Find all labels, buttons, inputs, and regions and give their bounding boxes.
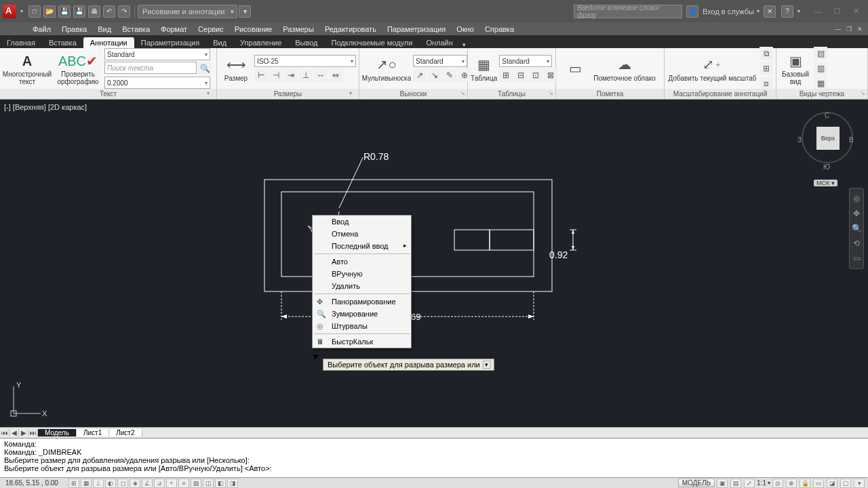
status-snap-toggle[interactable]: ⊞ <box>68 479 79 488</box>
layout-tab-sheet1[interactable]: Лист1 <box>77 429 109 436</box>
workspace-dropdown[interactable]: Рисование и аннотации <box>138 5 237 18</box>
qat-open-icon[interactable]: 📂 <box>43 5 56 18</box>
text-style-dropdown[interactable]: Standard <box>104 48 210 60</box>
leader-tool-icon[interactable]: ✎ <box>443 68 456 82</box>
ctx-auto[interactable]: Авто <box>313 256 411 268</box>
status-transparency-toggle[interactable]: ▨ <box>191 479 201 488</box>
status-ducs-toggle[interactable]: ⊿ <box>154 479 165 488</box>
menu-help[interactable]: Справка <box>479 25 519 33</box>
qat-more-icon[interactable]: ▾ <box>239 5 251 18</box>
dim-tool-icon[interactable]: ⇥ <box>284 68 298 82</box>
ctx-steeringwheels[interactable]: ◎Штурвалы <box>313 320 411 332</box>
menu-modify[interactable]: Редактировать <box>319 25 382 33</box>
view-tool-icon[interactable]: ▤ <box>814 47 827 60</box>
dim-tool-icon[interactable]: ⇔ <box>329 68 342 82</box>
navbar-wheel-icon[interactable]: ◎ <box>850 191 863 206</box>
panel-views-title[interactable]: Виды чертежа <box>776 89 867 99</box>
status-3dosnap-toggle[interactable]: ◈ <box>130 479 140 488</box>
sign-in-button[interactable]: Вход в службы <box>703 7 754 16</box>
tab-prev-button[interactable]: ◀ <box>9 429 19 436</box>
status-coordinates[interactable]: 18.65, 5.15 , 0.00 <box>0 479 68 487</box>
status-otrack-toggle[interactable]: ∠ <box>142 479 153 488</box>
menu-view[interactable]: Вид <box>92 25 117 33</box>
status-polar-toggle[interactable]: ◐ <box>105 479 116 488</box>
status-ortho-toggle[interactable]: ⊥ <box>93 479 104 488</box>
multileader-button[interactable]: ↗○ Мультивыноска <box>362 56 411 82</box>
dim-tool-icon[interactable]: ⊥ <box>299 68 313 82</box>
tab-next-button[interactable]: ▶ <box>19 429 28 436</box>
app-menu-icon[interactable] <box>3 5 16 18</box>
viewcube[interactable]: С Ю З В Верх МСК ▾ <box>800 106 854 174</box>
status-osnap-toggle[interactable]: ◻ <box>117 479 128 488</box>
spellcheck-button[interactable]: ABC✔ Проверить орфографию <box>54 52 102 85</box>
tab-first-button[interactable]: ⏮ <box>0 429 9 436</box>
layout-tab-sheet2[interactable]: Лист2 <box>109 429 142 436</box>
scale-tool-icon[interactable]: ⧉ <box>760 47 773 60</box>
panel-tables-title[interactable]: Таблицы <box>468 89 555 99</box>
dim-tool-icon[interactable]: ⊢ <box>254 68 268 82</box>
navbar-pan-icon[interactable]: ✥ <box>850 206 863 221</box>
window-maximize-button[interactable]: ☐ <box>827 5 846 18</box>
qat-undo-icon[interactable]: ↶ <box>103 5 115 18</box>
ctx-remove[interactable]: Удалить <box>313 280 411 292</box>
base-view-button[interactable]: ▣ Базовый вид <box>779 52 812 85</box>
navbar-showmotion-icon[interactable]: ▭ <box>850 251 863 266</box>
dim-tool-icon[interactable]: ↔ <box>314 68 328 82</box>
ctx-zoom[interactable]: 🔍Зумирование <box>313 308 411 320</box>
leader-tool-icon[interactable]: ↘ <box>428 68 441 82</box>
menu-insert[interactable]: Вставка <box>117 25 155 33</box>
leader-style-dropdown[interactable]: Standard <box>413 55 467 67</box>
tab-output[interactable]: Вывод <box>288 37 324 48</box>
doc-minimize-button[interactable]: — <box>833 24 843 34</box>
status-qp-toggle[interactable]: ◫ <box>203 479 214 488</box>
menu-dimensions[interactable]: Размеры <box>277 25 319 33</box>
help-icon[interactable]: ? <box>781 5 793 18</box>
menu-file[interactable]: Файл <box>27 25 56 33</box>
table-tool-icon[interactable]: ⊟ <box>514 68 528 82</box>
tab-parametric[interactable]: Параметризация <box>134 37 206 48</box>
panel-leaders-title[interactable]: Выноски <box>359 89 467 99</box>
tab-last-button[interactable]: ⏭ <box>28 429 38 436</box>
ctx-manual[interactable]: ВРучную <box>313 268 411 280</box>
menu-parametric[interactable]: Параметризация <box>382 25 451 33</box>
ctx-quickcalc[interactable]: 🖩БыстрКальк <box>313 336 411 348</box>
ctx-cancel[interactable]: Отмена <box>313 228 411 240</box>
status-tool-icon[interactable]: 🔒 <box>800 479 810 488</box>
ctx-pan[interactable]: ✥Панорамирование <box>313 296 411 308</box>
tab-insert[interactable]: Вставка <box>42 37 83 48</box>
status-cleanscreen-button[interactable]: ▾ <box>854 479 865 488</box>
ctx-enter[interactable]: Ввод <box>313 216 411 228</box>
help-search-input[interactable]: Введите ключевое слово/фразу <box>574 5 682 18</box>
status-annoscale-icon[interactable]: ⤢ <box>744 479 755 488</box>
infocenter-icon[interactable]: 👤 <box>686 5 698 18</box>
table-style-dropdown[interactable]: Standard <box>499 55 552 67</box>
leader-tool-icon[interactable]: ↗ <box>413 68 427 82</box>
doc-restore-button[interactable]: ❐ <box>844 24 854 34</box>
status-tool-icon[interactable]: ▢ <box>840 479 851 488</box>
tab-view[interactable]: Вид <box>206 37 233 48</box>
dim-style-dropdown[interactable]: ISO-25 <box>254 55 356 67</box>
status-annovis-icon[interactable]: ◎ <box>772 479 783 488</box>
menu-tools[interactable]: Сервис <box>193 25 229 33</box>
view-tool-icon[interactable]: ▦ <box>814 77 827 90</box>
tab-annotations[interactable]: Аннотации <box>83 37 134 48</box>
qat-saveas-icon[interactable]: 💾 <box>73 5 85 18</box>
doc-close-button[interactable]: ✕ <box>855 24 865 34</box>
status-tool-icon[interactable]: ⊕ <box>786 479 797 488</box>
status-grid-toggle[interactable]: ▦ <box>81 479 92 488</box>
command-window[interactable]: Команда: Команда: _DIMBREAK Выберите раз… <box>0 438 868 477</box>
scale-tool-icon[interactable]: ⧈ <box>760 77 773 90</box>
table-tool-icon[interactable]: ⊞ <box>499 68 513 82</box>
view-tool-icon[interactable]: ▥ <box>814 62 827 75</box>
dimension-button[interactable]: ⟷ Размер <box>220 56 252 82</box>
layout-tab-model[interactable]: Модель <box>38 429 77 436</box>
scale-tool-icon[interactable]: ⊞ <box>760 62 773 75</box>
menu-format[interactable]: Формат <box>155 25 193 33</box>
tab-online[interactable]: Онлайн <box>419 37 459 48</box>
add-scale-button[interactable]: ⤢＋ Добавить текущий масштаб <box>667 56 757 82</box>
menu-window[interactable]: Окно <box>451 25 479 33</box>
tab-manage[interactable]: Управление <box>233 37 288 48</box>
status-am-toggle[interactable]: ◨ <box>227 479 238 488</box>
exchange-icon[interactable]: ✕ <box>764 5 776 18</box>
status-sc-toggle[interactable]: ◧ <box>215 479 226 488</box>
